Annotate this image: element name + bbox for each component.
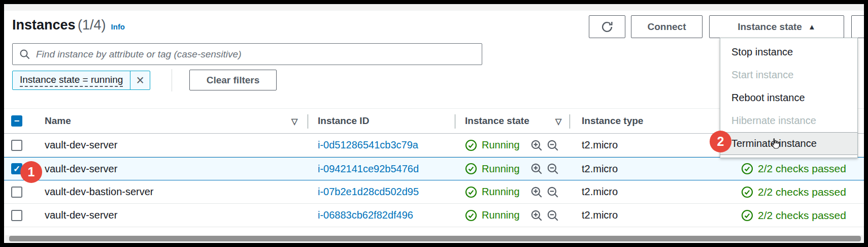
- instance-id-link[interactable]: i-06883cb62f82df496: [318, 204, 413, 227]
- sort-icon-name[interactable]: ▽: [291, 109, 297, 133]
- zoom-out-icon[interactable]: [546, 162, 559, 175]
- state-filter-icons: [530, 134, 559, 157]
- instance-type: t2.micro: [582, 158, 618, 180]
- state-filter-icons: [530, 158, 559, 180]
- sort-icon-instance-state[interactable]: ▽: [555, 109, 561, 133]
- menu-item-reboot-instance[interactable]: Reboot instance: [720, 86, 857, 109]
- column-divider: [308, 114, 308, 129]
- instance-type: t2.micro: [582, 134, 618, 157]
- instance-name: vault-dev-server: [45, 158, 117, 180]
- instance-id-link[interactable]: i-0d51286541cb3c79a: [318, 134, 418, 157]
- ec2-instances-screen: Instances (1/4) Info Connect Instance st…: [0, 0, 868, 247]
- running-status-icon: [465, 163, 477, 175]
- menu-item-hibernate-instance: Hibernate instance: [720, 109, 857, 132]
- instance-state-cell: Running: [465, 158, 520, 180]
- instance-state-dropdown-button[interactable]: Instance state ▲: [709, 15, 844, 38]
- instance-state-menu: Stop instance Start instance Reboot inst…: [720, 38, 858, 158]
- running-status-icon: [465, 139, 477, 151]
- filter-token: Instance state = running ×: [12, 71, 150, 90]
- column-header-instance-state[interactable]: Instance state: [465, 109, 529, 133]
- state-filter-icons: [530, 180, 559, 203]
- running-status-icon: [465, 209, 477, 222]
- info-link[interactable]: Info: [111, 22, 125, 31]
- instance-state-cell: Running: [465, 204, 520, 227]
- callout-badge-2: 2: [710, 131, 731, 152]
- refresh-icon: [600, 20, 614, 34]
- table-row[interactable]: vault-dev-server i-06883cb62f82df496 Run…: [4, 204, 864, 227]
- instance-name: vault-dev-bastion-server: [45, 180, 154, 203]
- checks-passed-icon: [741, 186, 753, 198]
- column-divider: [455, 114, 455, 129]
- instance-id-link[interactable]: i-07b2e1d28cd502d95: [318, 180, 419, 203]
- table-row[interactable]: vault-dev-bastion-server i-07b2e1d28cd50…: [4, 180, 864, 204]
- zoom-in-icon[interactable]: [530, 139, 543, 152]
- zoom-in-icon[interactable]: [530, 209, 543, 222]
- instance-state-cell: Running: [465, 180, 520, 203]
- checks-passed-icon: [741, 209, 753, 222]
- instance-state-button-label: Instance state: [738, 21, 802, 33]
- search-input[interactable]: [36, 49, 476, 60]
- instance-state-label: Running: [482, 186, 520, 198]
- column-header-instance-id: Instance ID: [318, 109, 369, 133]
- top-strip: [4, 4, 864, 11]
- column-header-name[interactable]: Name: [45, 109, 71, 133]
- zoom-out-icon[interactable]: [546, 209, 559, 222]
- connect-button[interactable]: Connect: [631, 15, 703, 38]
- table-row[interactable]: ✓ vault-dev-server i-0942141ce92b5476d R…: [4, 157, 864, 180]
- instance-state-label: Running: [482, 139, 520, 151]
- scrollbar-thumb[interactable]: [9, 236, 861, 241]
- status-check-cell: 2/2 checks passed: [741, 204, 846, 227]
- clear-filters-label: Clear filters: [207, 75, 260, 86]
- actions-button-partial[interactable]: [851, 15, 868, 38]
- zoom-in-icon[interactable]: [530, 162, 543, 175]
- callout-badge-1: 1: [20, 161, 42, 183]
- column-divider: [570, 114, 570, 129]
- menu-item-terminate-instance[interactable]: Terminate instance: [720, 132, 857, 155]
- refresh-button[interactable]: [589, 15, 625, 38]
- filter-token-label[interactable]: Instance state = running: [13, 71, 130, 89]
- menu-item-start-instance: Start instance: [720, 64, 857, 86]
- instance-state-cell: Running: [465, 134, 520, 157]
- divider: [172, 69, 172, 91]
- row-checkbox[interactable]: [11, 134, 22, 157]
- clear-filters-button[interactable]: Clear filters: [189, 70, 277, 90]
- instance-name: vault-dev-server: [45, 134, 117, 157]
- instance-type: t2.micro: [582, 204, 618, 227]
- select-all-checkbox[interactable]: −: [11, 109, 22, 133]
- instance-type: t2.micro: [582, 180, 618, 203]
- page-header: Instances (1/4) Info: [12, 17, 125, 33]
- indeterminate-icon: −: [14, 116, 20, 127]
- instance-id-link[interactable]: i-0942141ce92b5476d: [318, 158, 419, 180]
- running-status-icon: [465, 186, 477, 198]
- caret-up-icon: ▲: [808, 22, 816, 31]
- page-title: Instances (1/4): [12, 17, 106, 33]
- checkmark-icon: ✓: [13, 164, 20, 174]
- selected-count: (1/4): [78, 17, 106, 33]
- zoom-in-icon[interactable]: [530, 186, 543, 199]
- menu-item-stop-instance[interactable]: Stop instance: [720, 41, 857, 64]
- instance-state-label: Running: [482, 209, 520, 221]
- row-checkbox[interactable]: [11, 180, 22, 203]
- horizontal-scrollbar: [5, 235, 863, 242]
- column-header-instance-type: Instance type: [582, 109, 643, 133]
- status-check-label: 2/2 checks passed: [758, 186, 846, 198]
- status-check-label: 2/2 checks passed: [758, 163, 846, 175]
- state-filter-icons: [530, 204, 559, 227]
- remove-filter-icon[interactable]: ×: [130, 71, 150, 89]
- zoom-out-icon[interactable]: [546, 139, 559, 152]
- instance-state-label: Running: [482, 163, 520, 175]
- connect-button-label: Connect: [648, 21, 686, 33]
- hand-cursor-icon: [769, 137, 782, 150]
- search-bar: [12, 43, 482, 65]
- zoom-out-icon[interactable]: [546, 186, 559, 199]
- status-check-cell: 2/2 checks passed: [741, 180, 846, 203]
- status-check-label: 2/2 checks passed: [758, 209, 846, 222]
- instance-name: vault-dev-server: [45, 204, 117, 227]
- row-checkbox[interactable]: [11, 204, 22, 227]
- checks-passed-icon: [741, 163, 753, 175]
- search-icon: [19, 48, 31, 60]
- status-check-cell: 2/2 checks passed: [741, 158, 846, 180]
